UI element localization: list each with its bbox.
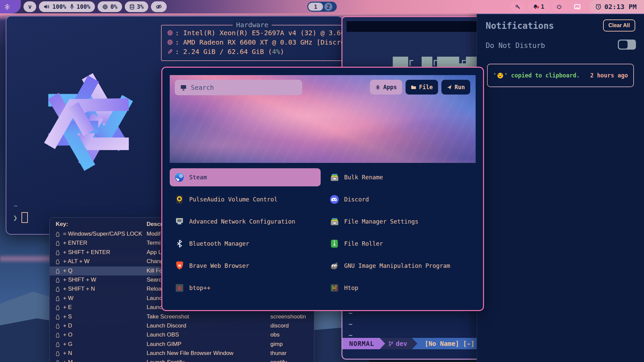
keybind-description: App L: [147, 249, 161, 256]
monitor-icon: [180, 84, 187, 91]
app-row-discord[interactable]: Discord: [325, 190, 476, 208]
keybinds-widget[interactable]: [510, 1, 525, 12]
privacy-widget[interactable]: [151, 1, 167, 12]
app-label: PulseAudio Volume Control: [189, 196, 277, 203]
screenshot-widget[interactable]: [569, 1, 585, 12]
svg-text:B: B: [178, 285, 181, 291]
keybind-key: + Q: [63, 267, 72, 274]
bar-left-widgets: v 100% 100% 0%: [23, 0, 167, 13]
app-row-steam[interactable]: Steam: [170, 168, 321, 186]
workspace-2[interactable]: 2: [324, 3, 332, 11]
keybind-command: gimp: [270, 341, 283, 348]
super-key-icon: [56, 259, 60, 264]
top-bar: v 100% 100% 0%: [0, 0, 644, 13]
notifications-panel[interactable]: Notifications Clear All Do Not Disturb '…: [477, 13, 644, 362]
power-widget[interactable]: [552, 1, 567, 12]
pixel-antenna: [462, 60, 466, 66]
keybind-key: + S: [63, 313, 72, 320]
app-row-file-manager-settings[interactable]: File Manager Settings: [325, 213, 476, 231]
keybind-description: Modif: [147, 231, 161, 237]
keybind-description: Take Screenshot: [147, 313, 189, 320]
pixel-antenna: [410, 60, 413, 66]
app-row-bluetooth-manager[interactable]: Bluetooth Manager: [170, 235, 321, 253]
statusline-chevron: [380, 338, 385, 349]
tab-file[interactable]: File: [406, 80, 438, 95]
terminal-cursor: [21, 212, 28, 223]
volume-input-value: 100%: [76, 3, 90, 10]
keybind-key: + G: [63, 341, 72, 348]
app-row-pulseaudio[interactable]: PulseAudio Volume Control: [170, 190, 321, 208]
app-label: Advanced Network Configuration: [189, 218, 295, 225]
keybind-key: + O: [63, 331, 72, 338]
bluetooth-icon: [174, 239, 184, 249]
volume-widget[interactable]: 100% 100%: [39, 1, 95, 12]
nixos-menu-button[interactable]: [0, 0, 21, 13]
cpu-chip-icon: [102, 4, 108, 10]
power-icon: [556, 4, 562, 9]
app-row-advanced-network[interactable]: Advanced Network Configuration: [170, 213, 321, 231]
search-placeholder: Search: [191, 84, 214, 91]
brave-icon: [174, 261, 184, 271]
nvim-mode-segment: NORMAL: [342, 338, 380, 349]
database-icon: [129, 4, 135, 10]
app-launcher-window[interactable]: Search Apps File Run: [161, 67, 484, 311]
snowflake-icon: [4, 4, 10, 10]
microphone-icon: [70, 4, 74, 10]
screen-frame-icon: [574, 4, 581, 9]
cpu-widget[interactable]: 0%: [98, 1, 122, 12]
keybind-key: + E: [63, 304, 72, 311]
key-icon: [515, 4, 521, 10]
keybind-description: Kill Fo: [147, 267, 162, 274]
disk-widget[interactable]: 3%: [125, 1, 148, 12]
super-key-icon: [56, 241, 60, 246]
toggle-knob: [619, 41, 628, 49]
gpu-info-line: : AMD Radeon RX 6600 XT @ 0.03 GHz [Disc…: [167, 38, 343, 47]
launcher-wallpaper-banner: Search Apps File Run: [170, 75, 476, 163]
app-row-btop[interactable]: B btop++: [170, 279, 321, 297]
app-row-gimp[interactable]: GNU Image Manipulation Program: [325, 257, 476, 275]
disk-usage-value: 3%: [137, 3, 144, 10]
notification-message: ' ' copied to clipboard.: [493, 72, 580, 79]
git-branch-name: dev: [396, 340, 407, 347]
super-key-icon: [56, 278, 60, 283]
keybind-row: + OLaunch OBSobs: [50, 330, 314, 340]
app-row-htop[interactable]: Htop: [325, 279, 476, 297]
keybind-key: = Windows/Super/CAPS LOCK: [63, 231, 142, 237]
keybind-description: Chang: [147, 258, 163, 265]
clear-all-button[interactable]: Clear All: [603, 19, 635, 32]
shell-prompt[interactable]: ❯: [13, 212, 28, 223]
keybind-key: + M: [63, 359, 73, 362]
app-label: Discord: [344, 196, 369, 203]
super-key-icon: [56, 342, 60, 347]
keybind-description: Launch OBS: [147, 331, 179, 338]
app-row-brave[interactable]: Brave Web Browser: [170, 257, 321, 275]
keybind-row: + DLaunch Discorddiscord: [50, 321, 314, 330]
keybind-row: + STake Screenshotscreenshootin: [50, 312, 314, 321]
do-not-disturb-toggle[interactable]: [618, 40, 636, 50]
version-widget[interactable]: v: [23, 1, 36, 12]
tab-run[interactable]: Run: [441, 80, 470, 95]
bell-icon: [533, 4, 538, 10]
keybind-command: obs: [270, 331, 279, 338]
super-key-icon: [56, 268, 60, 274]
clock-widget[interactable]: 02:13 PM: [589, 0, 644, 13]
keybind-key: + N: [63, 350, 72, 357]
keybind-description: Reloa: [147, 286, 161, 292]
search-input[interactable]: Search: [175, 80, 302, 95]
keybind-key: + W: [63, 295, 73, 302]
app-row-file-roller[interactable]: File Roller: [325, 235, 476, 253]
notification-timestamp: 2 hours ago: [590, 72, 628, 79]
app-row-bulk-rename[interactable]: Bulk Rename: [325, 168, 476, 186]
cpu-info-line: : Intel(R) Xeon(R) E5-2697A v4 (32) @ 3.…: [167, 28, 343, 38]
notification-dot: [537, 6, 539, 8]
notifications-widget[interactable]: 1: [528, 1, 549, 12]
laughing-emoji-icon: [497, 72, 503, 79]
notification-card[interactable]: ' ' copied to clipboard. 2 hours ago: [487, 64, 634, 87]
keybind-command: discord: [270, 322, 289, 329]
file-drawer-icon: [329, 172, 339, 182]
super-key-icon: [56, 360, 60, 362]
tab-apps[interactable]: Apps: [370, 80, 402, 95]
workspace-1-active[interactable]: 1: [308, 3, 323, 11]
version-label: v: [28, 3, 32, 10]
nixos-logo: [21, 55, 156, 189]
